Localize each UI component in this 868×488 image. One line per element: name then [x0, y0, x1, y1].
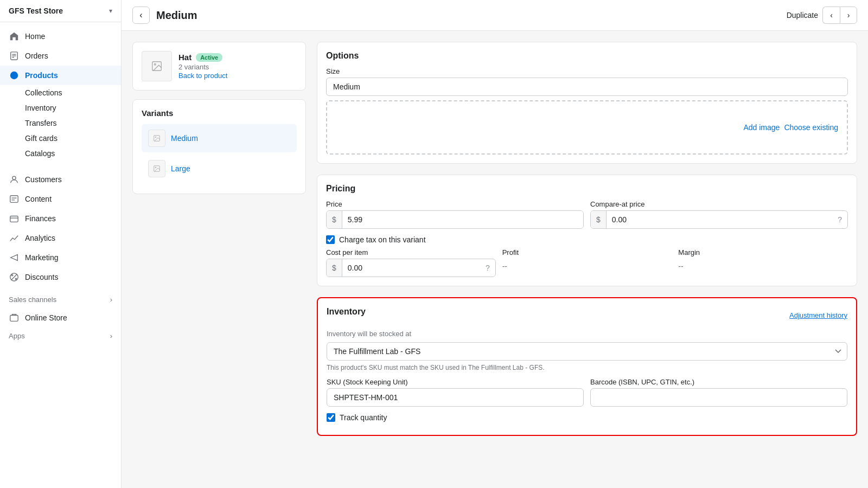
product-name-text: Hat: [178, 53, 192, 62]
compare-currency: $: [591, 211, 607, 228]
sidebar-item-online-store[interactable]: Online Store: [0, 308, 121, 328]
cost-row: Cost per item $ ? Profit -- Margin --: [326, 248, 848, 277]
sidebar-item-marketing[interactable]: Marketing: [0, 248, 121, 267]
marketing-icon: [9, 252, 20, 263]
inventory-title: Inventory: [327, 307, 366, 317]
sidebar-item-orders[interactable]: Orders: [0, 46, 121, 66]
analytics-icon: [9, 233, 20, 243]
topbar-right: Duplicate ‹ ›: [787, 7, 857, 24]
sidebar-item-content-label: Content: [25, 195, 52, 203]
profit-value: --: [502, 262, 672, 271]
sidebar-item-products-label: Products: [25, 71, 58, 80]
track-quantity-checkbox[interactable]: [327, 413, 335, 422]
svg-point-21: [155, 167, 156, 168]
sidebar-item-customers[interactable]: Customers: [0, 170, 121, 189]
svg-line-13: [11, 274, 17, 280]
next-button[interactable]: ›: [840, 7, 857, 24]
price-field: Price $: [326, 200, 584, 229]
apps-section[interactable]: Apps ›: [0, 328, 121, 344]
sales-channels-section[interactable]: Sales channels ›: [0, 291, 121, 308]
back-button[interactable]: ‹: [132, 7, 150, 24]
online-store-icon: [9, 312, 20, 323]
price-input-wrapper: $: [326, 210, 584, 229]
compare-price-input[interactable]: [607, 211, 832, 228]
orders-icon: [9, 50, 20, 61]
inventory-warning: This product's SKU must match the SKU us…: [327, 364, 847, 371]
home-icon: [9, 31, 20, 42]
options-card: Options Size Add image Choose existing: [317, 42, 857, 164]
variants-card: Variants Medium Large: [132, 99, 306, 194]
location-select[interactable]: The Fulfillment Lab - GFS: [327, 342, 847, 361]
svg-point-5: [12, 176, 16, 179]
barcode-field: Barcode (ISBN, UPC, GTIN, etc.): [590, 378, 847, 407]
products-submenu: Collections Inventory Transfers Gift car…: [0, 85, 121, 161]
svg-point-4: [10, 72, 18, 79]
sidebar-item-home[interactable]: Home: [0, 27, 121, 46]
profit-field: Profit --: [502, 248, 672, 277]
sidebar-sub-catalogs[interactable]: Catalogs: [0, 146, 121, 161]
svg-point-12: [15, 278, 17, 280]
svg-point-17: [154, 63, 156, 65]
cost-input[interactable]: [342, 259, 480, 277]
svg-rect-15: [10, 316, 18, 322]
adjustment-history-link[interactable]: Adjustment history: [789, 311, 847, 319]
main-nav: Home Orders Products Collections Invento…: [0, 22, 121, 165]
pricing-title: Pricing: [326, 184, 848, 194]
store-selector[interactable]: GFS Test Store ▾: [0, 0, 121, 22]
sidebar-sub-transfers[interactable]: Transfers: [0, 115, 121, 131]
variant-item-large[interactable]: Large: [142, 155, 297, 183]
sku-field: SKU (Stock Keeping Unit): [327, 378, 584, 407]
margin-value: --: [678, 262, 848, 271]
sales-channels-chevron-icon: ›: [110, 296, 112, 304]
sidebar: GFS Test Store ▾ Home Orders Products Co…: [0, 0, 122, 488]
price-currency: $: [327, 211, 342, 228]
pricing-card: Pricing Price $ Compare-at price $: [317, 175, 857, 286]
sidebar-item-finances[interactable]: Finances: [0, 209, 121, 228]
size-input[interactable]: [326, 78, 848, 96]
barcode-label: Barcode (ISBN, UPC, GTIN, etc.): [590, 378, 847, 386]
inventory-subtitle: Inventory will be stocked at: [327, 330, 847, 338]
charge-tax-label: Charge tax on this variant: [339, 235, 426, 244]
store-name: GFS Test Store: [9, 7, 63, 15]
cost-currency: $: [327, 259, 342, 277]
barcode-input[interactable]: [590, 388, 847, 407]
sku-input[interactable]: [327, 388, 584, 407]
add-image-link[interactable]: Add image: [743, 123, 780, 132]
inventory-header: Inventory Adjustment history: [327, 307, 847, 323]
price-input[interactable]: [342, 211, 583, 228]
sidebar-item-customers-label: Customers: [25, 175, 62, 184]
sidebar-sub-collections[interactable]: Collections: [0, 85, 121, 100]
sidebar-item-products[interactable]: Products: [0, 66, 121, 85]
sku-row: SKU (Stock Keeping Unit) Barcode (ISBN, …: [327, 378, 847, 407]
svg-rect-6: [10, 196, 18, 203]
sidebar-item-marketing-label: Marketing: [25, 253, 58, 262]
duplicate-button[interactable]: Duplicate: [787, 11, 818, 20]
size-label: Size: [326, 67, 848, 75]
variant-item-medium[interactable]: Medium: [142, 124, 297, 152]
cost-help-icon[interactable]: ?: [480, 259, 495, 277]
customers-icon: [9, 174, 20, 185]
cost-field: Cost per item $ ?: [326, 248, 496, 277]
charge-tax-checkbox[interactable]: [326, 235, 335, 244]
sku-label: SKU (Stock Keeping Unit): [327, 378, 584, 386]
charge-tax-row: Charge tax on this variant: [326, 235, 848, 244]
product-info: Hat Active 2 variants Back to product: [178, 53, 297, 80]
image-upload-area: Add image Choose existing: [326, 100, 848, 155]
price-label: Price: [326, 200, 584, 208]
sidebar-sub-inventory[interactable]: Inventory: [0, 100, 121, 115]
sidebar-item-content[interactable]: Content: [0, 189, 121, 209]
back-to-product-link[interactable]: Back to product: [178, 72, 227, 80]
finances-icon: [9, 213, 20, 224]
product-name: Hat Active: [178, 53, 297, 62]
compare-help-icon[interactable]: ?: [832, 211, 847, 228]
sidebar-item-analytics-label: Analytics: [25, 234, 55, 242]
cost-input-wrapper: $ ?: [326, 259, 496, 277]
sidebar-sub-gift-cards[interactable]: Gift cards: [0, 131, 121, 146]
main-area: ‹ Medium Duplicate ‹ › Hat Active: [122, 0, 868, 488]
other-nav: Customers Content Finances Analytics Mar…: [0, 165, 121, 291]
choose-existing-link[interactable]: Choose existing: [784, 123, 838, 132]
inventory-card: Inventory Adjustment history Inventory w…: [317, 297, 857, 436]
prev-button[interactable]: ‹: [822, 7, 840, 24]
sidebar-item-discounts[interactable]: Discounts: [0, 267, 121, 287]
sidebar-item-analytics[interactable]: Analytics: [0, 228, 121, 248]
